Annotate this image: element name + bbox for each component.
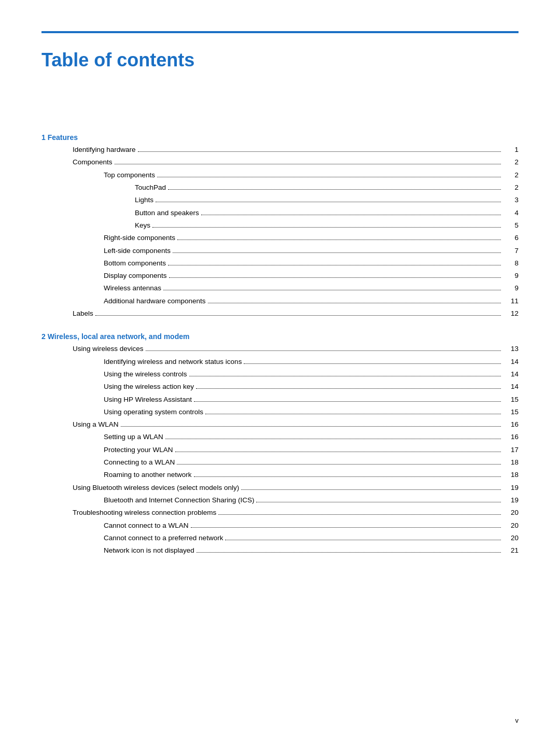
toc-entry-label: Using the wireless controls [41, 368, 187, 381]
toc-page-number: 16 [503, 418, 519, 431]
toc-entry-label: Bluetooth and Internet Connection Sharin… [41, 494, 254, 507]
toc-page-number: 20 [503, 519, 519, 532]
toc-entry-label: Protecting your WLAN [41, 444, 173, 456]
page-footer: v [515, 716, 519, 724]
toc-dots [121, 426, 501, 427]
toc-page-number: 18 [503, 456, 519, 469]
toc-row: Troubleshooting wireless connection prob… [41, 507, 519, 519]
toc-page-number: 18 [503, 469, 519, 481]
toc-entry-label: Cannot connect to a preferred network [41, 532, 223, 544]
section-heading-2: 2 Wireless, local area network, and mode… [41, 332, 519, 341]
toc-dots [152, 227, 501, 228]
toc-page-number: 19 [503, 494, 519, 507]
toc-row: Components2 [41, 156, 519, 168]
toc-row: Additional hardware components11 [41, 295, 519, 307]
toc-entry-label: Network icon is not displayed [41, 544, 194, 557]
toc-page-number: 2 [503, 156, 519, 168]
toc-dots [177, 240, 501, 240]
toc-page-number: 5 [503, 219, 519, 232]
toc-dots [146, 350, 501, 351]
top-border-line [41, 31, 519, 33]
toc-entry-label: Setting up a WLAN [41, 431, 163, 443]
toc-entry-label: Troubleshooting wireless connection prob… [41, 507, 216, 519]
footer-page-number: v [515, 716, 519, 724]
toc-entry-label: Using the wireless action key [41, 381, 194, 393]
toc-row: Display components9 [41, 270, 519, 282]
toc-page-number: 19 [503, 482, 519, 494]
toc-page-number: 14 [503, 356, 519, 368]
toc-entry-label: Identifying wireless and network status … [41, 356, 242, 368]
toc-row: TouchPad2 [41, 181, 519, 194]
toc-dots [165, 439, 501, 439]
toc-entry-label: Using a WLAN [41, 418, 119, 431]
toc-entry-label: Connecting to a WLAN [41, 456, 175, 469]
toc-row: Bottom components8 [41, 257, 519, 270]
toc-dots [177, 464, 501, 465]
toc-page-number: 14 [503, 381, 519, 393]
toc-row: Using operating system controls15 [41, 406, 519, 418]
toc-entry-label: Keys [41, 219, 150, 232]
toc-entry-label: Left-side components [41, 245, 171, 257]
page: Table of contents 1 FeaturesIdentifying … [0, 0, 560, 745]
toc-dots [163, 290, 501, 290]
toc-row: Cannot connect to a preferred network20 [41, 532, 519, 544]
toc-row: Setting up a WLAN16 [41, 431, 519, 443]
toc-dots [256, 502, 501, 502]
toc-dots [201, 215, 501, 215]
toc-entry-label: Using Bluetooth wireless devices (select… [41, 482, 239, 494]
toc-page-number: 9 [503, 282, 519, 294]
toc-row: Identifying hardware1 [41, 144, 519, 156]
toc-page-number: 4 [503, 207, 519, 219]
toc-row: Keys5 [41, 219, 519, 232]
toc-dots [244, 363, 501, 364]
toc-entry-label: Right-side components [41, 232, 175, 244]
toc-row: Using HP Wireless Assistant15 [41, 393, 519, 406]
toc-content: 1 FeaturesIdentifying hardware1Component… [41, 133, 519, 557]
toc-page-number: 1 [503, 144, 519, 156]
toc-entry-label: Lights [41, 194, 153, 206]
toc-entry-label: Top components [41, 169, 155, 181]
toc-row: Using wireless devices13 [41, 343, 519, 355]
toc-row: Right-side components6 [41, 232, 519, 244]
toc-page-number: 13 [503, 343, 519, 355]
toc-page-number: 6 [503, 232, 519, 244]
toc-page-number: 21 [503, 544, 519, 557]
toc-dots [95, 315, 501, 316]
toc-dots [157, 177, 501, 177]
toc-page-number: 8 [503, 257, 519, 270]
toc-dots [191, 527, 501, 528]
toc-entry-label: Wireless antennas [41, 282, 161, 294]
toc-row: Top components2 [41, 169, 519, 181]
toc-page-number: 14 [503, 368, 519, 381]
toc-row: Cannot connect to a WLAN20 [41, 519, 519, 532]
toc-row: Using the wireless controls14 [41, 368, 519, 381]
toc-page-number: 2 [503, 169, 519, 181]
toc-row: Using Bluetooth wireless devices (select… [41, 482, 519, 494]
toc-dots [189, 376, 501, 376]
toc-page-number: 15 [503, 406, 519, 418]
toc-row: Wireless antennas9 [41, 282, 519, 294]
toc-row: Connecting to a WLAN18 [41, 456, 519, 469]
toc-dots [197, 552, 501, 553]
toc-row: Bluetooth and Internet Connection Sharin… [41, 494, 519, 507]
toc-page-number: 7 [503, 245, 519, 257]
toc-page-number: 16 [503, 431, 519, 443]
toc-dots [168, 265, 501, 265]
toc-page-number: 12 [503, 307, 519, 320]
toc-dots [156, 202, 501, 202]
toc-entry-label: Cannot connect to a WLAN [41, 519, 189, 532]
toc-entry-label: Using HP Wireless Assistant [41, 393, 192, 406]
toc-page-number: 20 [503, 532, 519, 544]
toc-dots [138, 151, 501, 152]
toc-row: Labels12 [41, 307, 519, 320]
toc-dots [173, 252, 501, 253]
toc-dots [196, 388, 501, 389]
toc-dots [241, 489, 501, 490]
toc-entry-label: Roaming to another network [41, 469, 192, 481]
toc-entry-label: Labels [41, 307, 93, 320]
toc-entry-label: Identifying hardware [41, 144, 136, 156]
toc-dots [225, 540, 501, 540]
page-title: Table of contents [41, 49, 519, 71]
toc-page-number: 11 [503, 295, 519, 307]
toc-entry-label: Using wireless devices [41, 343, 144, 355]
